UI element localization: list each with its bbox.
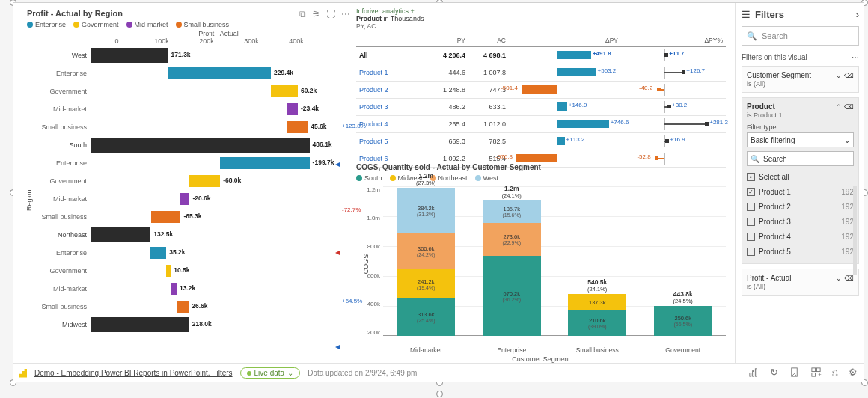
bar-row[interactable]: Northeast132.5k (27, 226, 350, 244)
clear-icon[interactable]: ⌫ (844, 72, 854, 79)
bar-row[interactable]: Enterprise35.2k (27, 244, 350, 262)
report-link[interactable]: Demo - Embedding Power BI Reports in Pow… (34, 369, 233, 377)
checkbox[interactable] (747, 203, 755, 211)
scrollbar[interactable] (853, 186, 857, 275)
row-label: Mid-market (27, 105, 91, 113)
filter-item[interactable]: ▪Select all (747, 169, 854, 184)
settings-icon[interactable]: ⚙ (849, 367, 858, 380)
column-total: 1.2m(27.3%) (394, 172, 458, 186)
bar-row[interactable]: Government60.2k (27, 82, 350, 100)
table-row[interactable]: Product 5669.3782.5+113.2+16.9 (356, 133, 726, 150)
x-axis-labels: Mid-marketEnterpriseSmall businessGovern… (383, 346, 726, 354)
y-ticks: 1.2m1.0m800k600k400k200k (362, 186, 380, 336)
checkbox[interactable]: ✓ (747, 188, 755, 196)
report-footer: Demo - Embedding Power BI Reports in Pow… (13, 363, 864, 382)
bar-row[interactable]: Government10.5k (27, 262, 350, 280)
filter-card-product[interactable]: Product ⌃ ⌫ is Product 1 Filter type Bas… (742, 97, 859, 264)
stack-segment[interactable]: 137.3k (568, 294, 626, 310)
stacked-area: 1.2m1.0m800k600k400k200k 313.6k(25.4%)24… (383, 186, 726, 343)
bar-row[interactable]: South486.1k (27, 136, 350, 154)
bookmark-icon[interactable] (789, 367, 800, 380)
x-axis-title: Profit - Actual (27, 30, 350, 37)
more-icon[interactable]: ⋯ (852, 53, 859, 61)
filter-item[interactable]: ✓Product 1192 (747, 184, 854, 199)
stack-segment[interactable]: 210.6k(39.0%) (568, 310, 626, 336)
reset-icon[interactable]: ⎌ (832, 367, 838, 380)
row-label: Enterprise (27, 249, 91, 257)
checkbox[interactable] (747, 248, 755, 256)
stack-segment[interactable]: 670.2k(36.2%) (483, 256, 541, 336)
bar-row[interactable]: Mid-market-20.6k (27, 190, 350, 208)
stack-segment[interactable]: 241.2k(19.4%) (397, 269, 455, 298)
filter-card-customer-segment[interactable]: Customer Segment ⌄ ⌫ is (All) (742, 66, 859, 93)
bar-row[interactable]: West171.3k (27, 46, 350, 64)
x-axis-ticks: 0100k200k300k400k (27, 37, 350, 45)
filters-header: ☰ Filters › (742, 9, 859, 20)
row-label: Small business (27, 303, 91, 310)
table-row[interactable]: Product 3486.2633.1+146.9+30.2 (356, 99, 726, 116)
collapse-icon[interactable]: › (856, 9, 859, 20)
filter-card-profit-actual[interactable]: Profit - Actual ⌄ ⌫ is (All) (742, 269, 859, 296)
product-search[interactable]: 🔍Search (747, 151, 854, 166)
filter-item[interactable]: Product 4192 (747, 229, 854, 244)
bar-row[interactable]: Small business-65.3k (27, 208, 350, 226)
checkbox[interactable]: ▪ (747, 173, 755, 181)
clear-icon[interactable]: ⌫ (844, 103, 854, 111)
focus-mode-icon[interactable]: ⛶ (326, 9, 335, 19)
table-row[interactable]: Product 4265.41 012.0+746.6+281.3 (356, 116, 726, 133)
row-label: Small business (27, 213, 91, 221)
checkbox[interactable] (747, 218, 755, 226)
visual-cogs-stacked[interactable]: COGS, Quantity sold - Actual by Customer… (356, 163, 726, 364)
table-row[interactable]: Product 1444.61 007.8+563.2+126.7 (356, 64, 726, 82)
checkbox[interactable] (747, 233, 755, 241)
row-label: Government (27, 88, 91, 95)
chevron-down-icon[interactable]: ⌄ (836, 72, 842, 79)
bar-row[interactable]: Midwest218.0k (27, 316, 350, 334)
row-label: South (27, 141, 91, 149)
filter-item[interactable]: Product 2192 (747, 199, 854, 214)
filter-type-select[interactable]: Basic filtering⌄ (747, 132, 854, 147)
stacked-title: COGS, Quantity sold - Actual by Customer… (356, 163, 726, 171)
stacked-column[interactable]: 210.6k(39.0%)137.3k540.5k(24.1%) (565, 294, 629, 336)
row-label: Northeast (27, 231, 91, 239)
stack-segment[interactable]: 250.6k(56.5%) (654, 306, 712, 336)
stack-segment[interactable]: 313.6k(25.4%) (397, 298, 455, 336)
bar-row[interactable]: Small business45.6k (27, 118, 350, 136)
filter-item[interactable]: Product 5192 (747, 244, 854, 259)
stacked-column[interactable]: 250.6k(56.5%)443.8k(24.5%) (651, 306, 715, 336)
chevron-down-icon[interactable]: ⌄ (836, 275, 842, 282)
stacked-column[interactable]: 670.2k(36.2%)273.6k(22.9%)186.7k(15.6%)1… (480, 200, 544, 336)
clear-icon[interactable]: ⌫ (844, 275, 854, 282)
table-row[interactable]: Product 21 248.8747.3-501.4-40.2 (356, 82, 726, 99)
bar-row[interactable]: Government-68.0k (27, 172, 350, 190)
filters-search[interactable]: 🔍 Search (742, 26, 859, 46)
live-data-badge[interactable]: Live data⌄ (240, 367, 301, 379)
bar-row[interactable]: Small business26.6k (27, 298, 350, 316)
row-label: Government (27, 267, 91, 275)
column-total: 443.8k(24.5%) (651, 290, 715, 304)
filter-icon[interactable]: ⚞ (312, 9, 320, 19)
svg-rect-6 (812, 373, 816, 376)
table-title: Product in Thousands (356, 15, 726, 22)
stack-segment[interactable]: 273.6k(22.9%) (483, 223, 541, 256)
bar-row[interactable]: Enterprise-199.7k (27, 154, 350, 172)
row-label: Midwest (27, 321, 91, 328)
insights-icon[interactable] (748, 367, 760, 380)
more-icon[interactable]: ⋯ (341, 9, 350, 19)
visual-profit-by-region[interactable]: ⧉ ⚞ ⛶ ⋯ Profit - Actual by Region Enterp… (27, 9, 350, 365)
refresh-icon[interactable]: ↻ (770, 367, 778, 380)
stack-segment[interactable]: 300.6k(24.2%) (397, 233, 455, 269)
copy-icon[interactable]: ⧉ (299, 9, 306, 19)
bar-row[interactable]: Mid-market13.2k (27, 280, 350, 298)
filter-item[interactable]: Product 3192 (747, 214, 854, 229)
variance-table: PY AC ΔPY ΔPY% All4 206.44 698.1+491.8+1… (356, 34, 726, 168)
bar-row[interactable]: Mid-market-23.4k (27, 100, 350, 118)
table-row[interactable]: All4 206.44 698.1+491.8+11.7 (356, 47, 726, 64)
chevron-up-icon[interactable]: ⌃ (836, 103, 842, 111)
visual-product-table[interactable]: Inforiver analytics + Product in Thousan… (356, 7, 726, 156)
stacked-column[interactable]: 313.6k(25.4%)241.2k(19.4%)300.6k(24.2%)3… (394, 188, 458, 336)
bar-row[interactable]: Enterprise229.4k (27, 64, 350, 82)
share-icon[interactable]: + (810, 367, 822, 380)
stack-segment[interactable]: 384.2k(31.2%) (397, 188, 455, 233)
stack-segment[interactable]: 186.7k(15.6%) (483, 200, 541, 223)
